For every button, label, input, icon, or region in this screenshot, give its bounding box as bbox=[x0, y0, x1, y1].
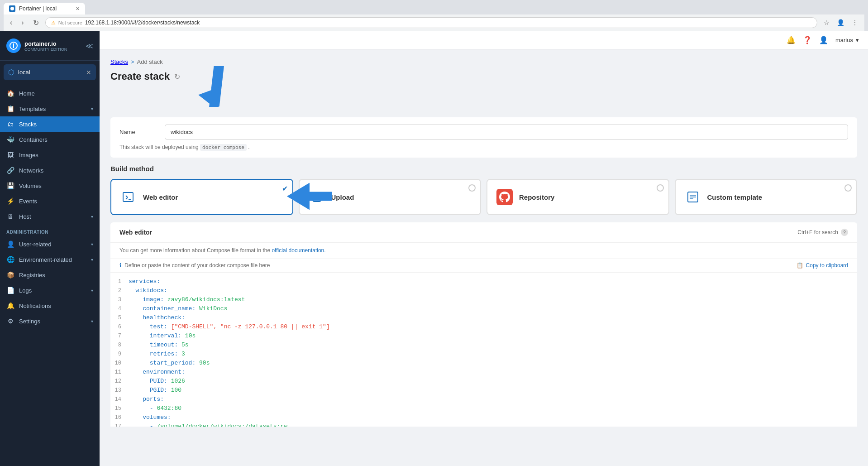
forward-button[interactable]: › bbox=[19, 18, 26, 28]
page-content: Stacks > Add stack Create stack ↻ bbox=[100, 49, 868, 466]
editor-title: Web editor bbox=[119, 229, 152, 236]
sidebar-item-label: Events bbox=[19, 198, 93, 205]
code-line: 15 - 6432:80 bbox=[110, 404, 857, 413]
tab-close-icon[interactable]: ✕ bbox=[76, 6, 80, 12]
sidebar-item-label: Containers bbox=[19, 136, 93, 143]
refresh-button[interactable]: ↻ bbox=[174, 72, 180, 81]
sidebar-collapse-button[interactable]: ≪ bbox=[86, 42, 93, 50]
code-line: 2 wikidocs: bbox=[110, 286, 857, 295]
custom-template-radio bbox=[844, 184, 852, 192]
sidebar-item-volumes[interactable]: 💾 Volumes bbox=[0, 178, 100, 193]
method-check-icon: ✔ bbox=[282, 184, 288, 193]
svg-point-0 bbox=[10, 7, 14, 10]
user-menu[interactable]: marius ▾ bbox=[835, 37, 859, 43]
bookmark-button[interactable]: ☆ bbox=[821, 18, 832, 27]
sidebar-item-home[interactable]: 🏠 Home bbox=[0, 86, 100, 101]
sidebar-item-templates[interactable]: 📋 Templates ▾ bbox=[0, 101, 100, 116]
sidebar-item-networks[interactable]: 🔗 Networks bbox=[0, 163, 100, 178]
profile-button[interactable]: 👤 bbox=[834, 18, 847, 27]
menu-button[interactable]: ⋮ bbox=[849, 18, 861, 27]
breadcrumb: Stacks > Add stack bbox=[110, 58, 857, 65]
logs-icon: 📄 bbox=[6, 287, 14, 294]
official-docs-link[interactable]: official documentation. bbox=[272, 247, 325, 254]
editor-toolbar: ℹ Define or paste the content of your do… bbox=[110, 259, 857, 273]
stack-name-input[interactable] bbox=[165, 125, 848, 139]
method-label-upload: Upload bbox=[331, 193, 354, 201]
method-card-custom-template[interactable]: Custom template bbox=[675, 179, 858, 215]
user-profile-icon[interactable]: 👤 bbox=[819, 36, 828, 44]
logo-text: portainer.io bbox=[24, 40, 67, 47]
search-help-icon: ? bbox=[841, 229, 848, 236]
page-title: Create stack bbox=[110, 71, 170, 82]
code-line: 13 PGID: 100 bbox=[110, 386, 857, 395]
admin-section-label: Administration bbox=[0, 224, 100, 236]
code-line: 12 PUID: 1026 bbox=[110, 377, 857, 386]
code-editor[interactable]: 1 services: 2 wikidocs: 3 image: zavy86/… bbox=[110, 273, 857, 427]
back-button[interactable]: ‹ bbox=[7, 18, 15, 28]
sidebar-item-label: Networks bbox=[19, 167, 93, 174]
sidebar-item-stacks[interactable]: 🗂 Stacks bbox=[0, 116, 100, 132]
sidebar-item-host[interactable]: 🖥 Host ▾ bbox=[0, 209, 100, 224]
sidebar-item-label: Stacks bbox=[19, 121, 93, 128]
address-bar[interactable]: ⚠ Not secure 192.168.1.18:9000/#!/2/dock… bbox=[45, 17, 817, 28]
sidebar-item-registries[interactable]: 📦 Registries bbox=[0, 267, 100, 283]
sidebar-item-settings[interactable]: ⚙ Settings ▾ bbox=[0, 313, 100, 329]
method-label-custom-template: Custom template bbox=[707, 193, 763, 201]
sidebar-env-selector[interactable]: ⬡ local ✕ bbox=[4, 64, 96, 80]
browser-tab[interactable]: Portainer | local ✕ bbox=[4, 3, 85, 14]
name-label: Name bbox=[119, 129, 156, 135]
code-line: 7 interval: 10s bbox=[110, 331, 857, 341]
svg-marker-4 bbox=[198, 87, 226, 107]
security-label: Not secure bbox=[58, 20, 82, 25]
svg-rect-5 bbox=[123, 192, 133, 202]
search-hint: Ctrl+F for search ? bbox=[797, 229, 848, 236]
user-dropdown-icon: ▾ bbox=[856, 37, 859, 43]
topbar: 🔔 ❓ 👤 marius ▾ bbox=[100, 31, 868, 49]
code-line: 9 retries: 3 bbox=[110, 350, 857, 359]
method-label-repository: Repository bbox=[519, 193, 554, 201]
code-line: 1 services: bbox=[110, 277, 857, 286]
sidebar-item-images[interactable]: 🖼 Images bbox=[0, 147, 100, 163]
sidebar: portainer.io COMMUNITY EDITION ≪ ⬡ local… bbox=[0, 31, 100, 466]
code-line: 4 container_name: WikiDocs bbox=[110, 304, 857, 313]
method-card-repository[interactable]: Repository bbox=[486, 179, 669, 215]
sidebar-item-containers[interactable]: 🐳 Containers bbox=[0, 132, 100, 147]
sidebar-item-label: User-related bbox=[19, 241, 86, 248]
sidebar-item-label: Images bbox=[19, 152, 93, 159]
chevron-right-icon: ▾ bbox=[91, 214, 93, 219]
sidebar-item-user-related[interactable]: 👤 User-related ▾ bbox=[0, 236, 100, 252]
browser-chrome: Portainer | local ✕ ‹ › ↻ ⚠ Not secure 1… bbox=[0, 0, 868, 31]
notifications-icon: 🔔 bbox=[6, 302, 14, 309]
notifications-bell-icon[interactable]: 🔔 bbox=[787, 36, 796, 44]
code-line: 17 - /volume1/docker/wikidocs:/datasets:… bbox=[110, 422, 857, 427]
home-icon: 🏠 bbox=[6, 90, 14, 97]
user-icon: 👤 bbox=[6, 240, 14, 248]
env-close-button[interactable]: ✕ bbox=[86, 69, 91, 76]
settings-icon: ⚙ bbox=[6, 317, 14, 325]
browser-nav-actions: ☆ 👤 ⋮ bbox=[821, 18, 861, 27]
method-card-upload[interactable]: Upload bbox=[299, 179, 482, 215]
sidebar-item-label: Volumes bbox=[19, 183, 93, 189]
username-label: marius bbox=[835, 37, 853, 43]
chevron-down-icon: ▾ bbox=[91, 319, 93, 324]
chevron-down-icon: ▾ bbox=[91, 288, 93, 293]
sidebar-logo: portainer.io COMMUNITY EDITION ≪ bbox=[0, 31, 100, 61]
method-card-web-editor[interactable]: Web editor ✔ bbox=[110, 179, 293, 215]
sidebar-item-logs[interactable]: 📄 Logs ▾ bbox=[0, 283, 100, 298]
sidebar-item-environment-related[interactable]: 🌐 Environment-related ▾ bbox=[0, 252, 100, 267]
sidebar-item-label: Notifications bbox=[19, 303, 93, 309]
method-label-web-editor: Web editor bbox=[143, 193, 178, 201]
copy-to-clipboard-button[interactable]: 📋 Copy to clipboard bbox=[796, 262, 848, 269]
reload-button[interactable]: ↻ bbox=[30, 18, 42, 28]
sidebar-item-notifications[interactable]: 🔔 Notifications bbox=[0, 298, 100, 313]
help-icon[interactable]: ❓ bbox=[803, 36, 812, 44]
events-icon: ⚡ bbox=[6, 197, 14, 205]
templates-icon: 📋 bbox=[6, 105, 14, 112]
code-line: 8 timeout: 5s bbox=[110, 341, 857, 350]
main-content: 🔔 ❓ 👤 marius ▾ Stacks > Add stack bbox=[100, 31, 868, 466]
security-warning-icon: ⚠ bbox=[51, 20, 56, 26]
breadcrumb-stacks-link[interactable]: Stacks bbox=[110, 58, 128, 65]
sidebar-item-label: Templates bbox=[19, 106, 86, 112]
svg-line-7 bbox=[126, 197, 128, 199]
sidebar-item-events[interactable]: ⚡ Events bbox=[0, 193, 100, 209]
